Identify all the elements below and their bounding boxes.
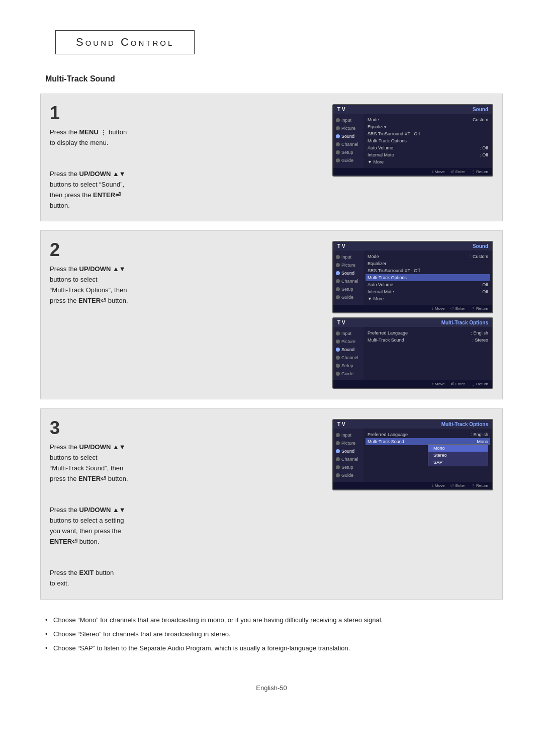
tv-screen: T VSoundInputPictureSoundChannelSetupGui…: [332, 241, 493, 313]
tv-sidebar-item: Input: [333, 431, 364, 439]
tv-sidebar-item: Sound: [333, 346, 364, 354]
sidebar-icon: [336, 441, 340, 445]
tv-sidebar: InputPictureSoundChannelSetupGuide: [333, 327, 364, 380]
tv-menu-item: Equalizer: [368, 123, 488, 130]
tv-menu-item: Multi-Track Sound: Stereo: [368, 337, 488, 344]
tv-sidebar-item: Picture: [333, 439, 364, 447]
step-block: 1Press the MENU ⋮ buttonto display the m…: [40, 94, 503, 221]
bullet-item: Choose “SAP” to listen to the Separate A…: [45, 643, 503, 654]
bullet-item: Choose “Mono” for channels that are broa…: [45, 615, 503, 626]
step-number: 2: [50, 241, 322, 259]
tv-body: InputPictureSoundChannelSetupGuidePrefer…: [333, 327, 492, 380]
step-text: Press the MENU ⋮ buttonto display the me…: [50, 127, 322, 211]
step-number: 1: [50, 104, 322, 122]
menu-item-value: : English: [471, 432, 488, 437]
menu-item-label: Auto Volume: [368, 145, 393, 150]
tv-footer-item: ↕ Move: [432, 306, 445, 311]
tv-sidebar: InputPictureSoundChannelSetupGuide: [333, 250, 364, 305]
tv-content: Mode: CustomEqualizerSRS TruSurround XT …: [364, 114, 492, 168]
menu-item-value: : Off: [480, 145, 488, 150]
menu-item-label: Equalizer: [368, 124, 387, 129]
page-title: Sound Control: [76, 36, 174, 49]
tv-content: Mode: CustomEqualizerSRS TruSurround XT …: [364, 250, 492, 305]
menu-item-label: Preferred Language: [368, 432, 408, 437]
tv-sidebar-item: Input: [333, 329, 364, 338]
menu-item-value: : Off: [480, 152, 488, 157]
sidebar-label: Sound: [341, 347, 354, 352]
sidebar-icon: [336, 348, 340, 352]
step-text: Press the UP/DOWN ▲▼buttons to select“Mu…: [50, 264, 322, 306]
tv-footer-item: ⏎ Enter: [450, 170, 465, 174]
sidebar-label: Channel: [341, 279, 358, 284]
tv-menu-title: Sound: [473, 243, 488, 249]
tv-sidebar-item: Channel: [333, 354, 364, 362]
step-number: 3: [50, 419, 322, 437]
tv-dropdown: MonoStereoSAP: [428, 444, 488, 466]
tv-header: T VMulti-Track Options: [333, 420, 492, 429]
dropdown-item: Stereo: [428, 452, 488, 459]
menu-item-label: Auto Volume: [368, 282, 393, 287]
menu-item-value: : Custom: [470, 117, 488, 122]
menu-item-label: SRS TruSurround XT : Off: [368, 268, 420, 273]
tv-menu-item: Internal Mute: Off: [368, 151, 488, 158]
tv-footer: ↕ Move⏎ Enter⋮ Return: [333, 168, 492, 176]
sidebar-icon: [336, 356, 340, 360]
tv-footer-item: ↕ Move: [432, 382, 445, 386]
tv-menu-item: ▼ More: [368, 295, 488, 302]
sidebar-label: Picture: [341, 339, 355, 344]
tv-body: InputPictureSoundChannelSetupGuideMode: …: [333, 250, 492, 305]
tv-sidebar-item: Sound: [333, 447, 364, 455]
tv-screen: T VSoundInputPictureSoundChannelSetupGui…: [332, 104, 493, 177]
tv-sidebar-item: Guide: [333, 471, 364, 479]
title-box: Sound Control: [55, 30, 195, 54]
sidebar-label: Guide: [341, 371, 353, 376]
step-block: 2Press the UP/DOWN ▲▼buttons to select“M…: [40, 230, 503, 399]
tv-sidebar-item: Setup: [333, 285, 364, 293]
sidebar-label: Channel: [341, 142, 358, 147]
tv-sidebar-item: Setup: [333, 148, 364, 156]
tv-menu-item: Mode: Custom: [368, 116, 488, 123]
tv-menu-item: Multi-Track Options: [368, 137, 488, 144]
sidebar-icon: [336, 364, 340, 368]
sidebar-label: Guide: [341, 473, 353, 478]
tv-sidebar-item: Sound: [333, 132, 364, 140]
sidebar-label: Channel: [341, 355, 358, 360]
sidebar-icon: [336, 449, 340, 453]
tv-menu-item: Preferred Language: English: [368, 431, 488, 438]
menu-item-label: ▼ More: [368, 159, 384, 164]
sidebar-icon: [336, 142, 340, 146]
dropdown-item: Mono: [428, 445, 488, 452]
menu-item-label: Multi-Track Sound: [368, 338, 404, 343]
sidebar-icon: [336, 271, 340, 275]
tv-screen: T VMulti-Track OptionsInputPictureSoundC…: [332, 419, 493, 490]
sidebar-icon: [336, 150, 340, 154]
sidebar-icon: [336, 340, 340, 344]
tv-screen: T VMulti-Track OptionsInputPictureSoundC…: [332, 317, 493, 389]
sidebar-icon: [336, 295, 340, 299]
footer-label: English-: [256, 684, 280, 692]
sidebar-label: Setup: [341, 150, 353, 155]
sidebar-icon: [336, 134, 340, 138]
tv-sidebar-item: Picture: [333, 261, 364, 269]
sidebar-icon: [336, 372, 340, 376]
sidebar-icon: [336, 331, 340, 335]
sidebar-icon: [336, 457, 340, 461]
tv-sidebar-item: Setup: [333, 463, 364, 471]
menu-item-label: ▼ More: [368, 296, 384, 301]
menu-item-value: : Off: [480, 282, 488, 287]
sidebar-label: Guide: [341, 295, 353, 300]
menu-item-value: : Off: [480, 289, 488, 294]
sidebar-label: Channel: [341, 457, 358, 462]
tv-menu-item: Mode: Custom: [368, 253, 488, 260]
sidebar-label: Setup: [341, 287, 353, 292]
sidebar-icon: [336, 263, 340, 267]
menu-item-label: Mode: [368, 117, 379, 122]
tv-menu-item: Multi-Track Options: [366, 274, 490, 281]
tv-header: T VSound: [333, 242, 492, 250]
menu-item-label: Preferred Language: [368, 330, 408, 335]
sidebar-label: Input: [341, 255, 351, 260]
tv-footer-item: ⋮ Return: [471, 382, 488, 386]
sidebar-icon: [336, 158, 340, 162]
menu-item-label: Mode: [368, 254, 379, 259]
tv-menu-title: Multi-Track Options: [441, 320, 488, 325]
